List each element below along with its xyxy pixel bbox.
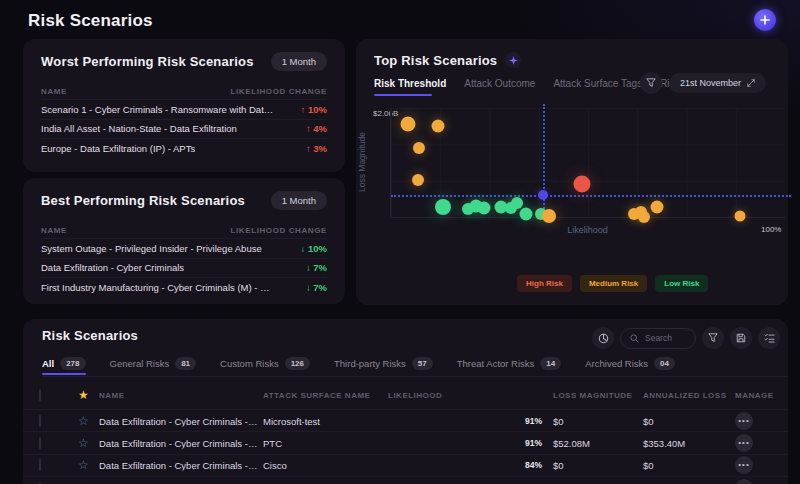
star-outline-icon[interactable]: ☆	[78, 458, 89, 472]
tab-attack-surface-tags[interactable]: Attack Surface Tags	[553, 74, 642, 96]
bubble-medium-risk[interactable]	[651, 201, 664, 214]
expand-icon	[747, 79, 755, 87]
bubble-low-risk[interactable]	[511, 197, 523, 209]
tab-general-risks[interactable]: General Risks81	[110, 352, 197, 374]
search-box	[620, 328, 696, 349]
save-view-button[interactable]	[730, 327, 752, 349]
manage-button[interactable]: •••	[735, 479, 753, 484]
col-attack-surface: ATTACK SURFACE NAME	[263, 391, 370, 400]
star-outline-icon[interactable]: ☆	[78, 436, 89, 450]
bubble-threshold-risk[interactable]	[538, 190, 548, 200]
report-icon	[598, 333, 609, 344]
bubble-medium-risk[interactable]	[400, 116, 415, 131]
table-row[interactable]: ☆ Data Exfiltration - Cyber Criminals - …	[23, 409, 788, 431]
page-title: Risk Scenarios	[28, 11, 153, 31]
funnel-icon	[646, 78, 656, 88]
table-row[interactable]: ☆ Data Exfiltration - Cyber Criminals - …	[23, 431, 788, 453]
select-all-checkbox[interactable]	[39, 389, 41, 402]
bubble-low-risk[interactable]	[435, 199, 451, 215]
risk-scenarios-dashboard: Risk Scenarios Worst Performing Risk Sce…	[0, 0, 800, 484]
best-row[interactable]: First Industry Manufacturing - Cyber Cri…	[41, 277, 327, 297]
date-selector-button[interactable]: 21st November	[669, 73, 766, 93]
manage-button[interactable]: •••	[735, 456, 753, 474]
tab-third-party-risks[interactable]: Third-party Risks57	[334, 352, 433, 374]
col-name: NAME	[99, 391, 125, 400]
row-checkbox[interactable]	[39, 414, 41, 427]
best-row[interactable]: System Outage - Privileged Insider - Pri…	[41, 238, 327, 258]
tab-threat-actor-risks[interactable]: Threat Actor Risks14	[457, 352, 562, 374]
column-settings-icon	[764, 333, 775, 343]
best-panel-title: Best Performing Risk Scenarios	[41, 193, 245, 208]
worst-row[interactable]: India All Asset - Nation-State - Data Ex…	[41, 119, 327, 139]
y-axis-label: Loss Magnitude	[357, 122, 367, 202]
best-col-change: LIKELIHOOD CHANGE	[231, 226, 327, 235]
bubble-medium-risk[interactable]	[542, 209, 556, 223]
legend-high-risk[interactable]: High Risk	[517, 275, 572, 292]
bubble-medium-risk[interactable]	[412, 174, 424, 186]
table-header-row: ★ NAME ATTACK SURFACE NAME LIKELIHOOD LO…	[23, 381, 788, 409]
worst-col-change: LIKELIHOOD CHANGE	[231, 87, 327, 96]
table-tabs: All278 General Risks81 Custom Risks126 T…	[42, 352, 788, 377]
count-badge: 57	[412, 357, 433, 370]
count-badge: 126	[285, 357, 310, 370]
bubble-low-risk[interactable]	[519, 207, 532, 220]
x-max-label: 100%	[761, 225, 781, 234]
bubble-medium-risk[interactable]	[735, 210, 746, 221]
risk-scenarios-table-panel: Risk Scenarios	[23, 319, 788, 484]
tab-archived-risks[interactable]: Archived Risks04	[585, 352, 675, 374]
table-row[interactable]: ☆ Data Exfiltration - Cyber Criminals - …	[23, 476, 788, 484]
row-checkbox[interactable]	[39, 459, 41, 472]
chart-legend: High Risk Medium Risk Low Risk	[517, 275, 708, 292]
manage-button[interactable]: •••	[735, 434, 753, 452]
best-row[interactable]: Data Exfiltration - Cyber Criminals ↓ 7%	[41, 258, 327, 278]
count-badge: 278	[60, 357, 85, 370]
worst-row[interactable]: Scenario 1 - Cyber Criminals - Ransomwar…	[41, 99, 327, 119]
worst-col-name: NAME	[41, 87, 67, 96]
table-row[interactable]: ☆ Data Exfiltration - Cyber Criminals - …	[23, 454, 788, 476]
worst-row[interactable]: Europe - Data Exfiltration (IP) - APTs ↑…	[41, 138, 327, 158]
star-filled-icon[interactable]: ★	[78, 388, 89, 402]
row-checkbox[interactable]	[39, 437, 41, 450]
top-risk-scenarios-panel: Top Risk Scenarios Risk Threshold Attack…	[356, 39, 788, 305]
table-filter-button[interactable]	[702, 327, 724, 349]
likelihood-change-down: ↓ 7%	[306, 282, 327, 293]
manage-button[interactable]: •••	[735, 412, 753, 430]
legend-low-risk[interactable]: Low Risk	[655, 275, 708, 292]
report-button[interactable]	[592, 327, 614, 349]
star-outline-icon[interactable]: ☆	[78, 414, 89, 428]
count-badge: 81	[175, 357, 196, 370]
search-input[interactable]	[645, 333, 693, 343]
add-button[interactable]	[754, 9, 776, 31]
bubble-low-risk[interactable]	[477, 202, 490, 215]
loss-threshold-line	[391, 195, 791, 197]
tab-all[interactable]: All278	[42, 352, 86, 374]
chart-filter-button[interactable]	[640, 72, 662, 94]
search-icon	[630, 334, 639, 343]
worst-performing-panel: Worst Performing Risk Scenarios 1 Month …	[23, 39, 345, 172]
bubble-medium-risk[interactable]	[638, 211, 650, 223]
legend-medium-risk[interactable]: Medium Risk	[580, 275, 647, 292]
likelihood-change-down: ↓ 10%	[301, 243, 327, 254]
col-annualized-loss: ANNUALIZED LOSS	[643, 391, 727, 400]
worst-period-button[interactable]: 1 Month	[271, 52, 327, 71]
tab-attack-outcome[interactable]: Attack Outcome	[464, 74, 535, 96]
best-period-button[interactable]: 1 Month	[271, 191, 327, 210]
likelihood-change-up: ↑ 10%	[301, 104, 327, 115]
tab-risk-threshold[interactable]: Risk Threshold	[374, 74, 446, 96]
x-axis-label: Likelihood	[390, 225, 785, 235]
best-performing-panel: Best Performing Risk Scenarios 1 Month N…	[23, 178, 345, 304]
tab-custom-risks[interactable]: Custom Risks126	[220, 352, 310, 374]
bubble-high-risk[interactable]	[573, 176, 590, 193]
bubble-medium-risk[interactable]	[431, 119, 444, 132]
worst-panel-title: Worst Performing Risk Scenarios	[41, 54, 254, 69]
col-loss-magnitude: LOSS MAGNITUDE	[553, 391, 632, 400]
likelihood-change-down: ↓ 7%	[306, 262, 327, 273]
column-settings-button[interactable]	[758, 327, 780, 349]
bubble-medium-risk[interactable]	[413, 142, 425, 154]
top-panel-title: Top Risk Scenarios	[374, 53, 497, 68]
count-badge: 04	[654, 357, 675, 370]
best-col-name: NAME	[41, 226, 67, 235]
likelihood-change-up: ↑ 4%	[306, 123, 327, 134]
likelihood-change-up: ↑ 3%	[306, 143, 327, 154]
col-manage: MANAGE	[735, 391, 774, 400]
